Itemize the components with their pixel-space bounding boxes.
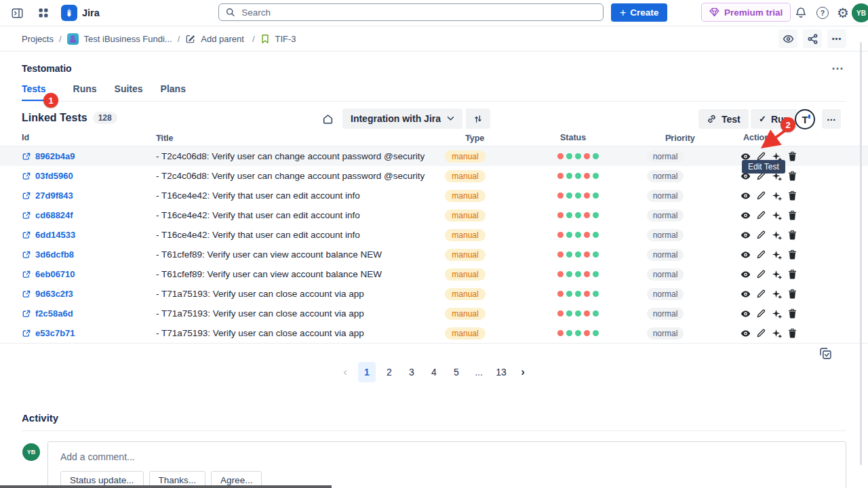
test-id-link[interactable]: 6eb06710 — [22, 264, 75, 284]
jira-home-link[interactable]: Jira — [61, 5, 100, 21]
pagination-page-1[interactable]: 1 — [358, 362, 376, 382]
edit-test-button[interactable] — [756, 210, 766, 220]
view-test-button[interactable] — [741, 230, 751, 240]
user-avatar[interactable]: YB — [852, 3, 868, 22]
edit-test-button[interactable] — [756, 190, 766, 201]
test-id-link[interactable]: 9d63c2f3 — [22, 284, 73, 304]
delete-test-button[interactable] — [787, 230, 797, 240]
delete-test-button[interactable] — [787, 328, 797, 338]
pagination-page-4[interactable]: 4 — [425, 362, 443, 382]
share-button[interactable] — [803, 29, 822, 48]
view-test-button[interactable] — [741, 210, 751, 220]
trash-icon — [787, 230, 797, 241]
table-row[interactable]: e53c7b71 - T71a75193: Verify user can cl… — [0, 323, 868, 343]
delete-test-button[interactable] — [787, 289, 797, 299]
edit-test-button[interactable] — [756, 308, 766, 319]
tab-suites[interactable]: Suites — [115, 83, 143, 101]
view-test-button[interactable] — [741, 269, 751, 279]
column-header-id[interactable]: Id — [22, 133, 29, 142]
ai-generate-button[interactable] — [772, 210, 782, 220]
panel-more-icon[interactable]: ⋯ — [831, 61, 844, 76]
edit-test-button[interactable] — [756, 289, 766, 299]
table-row[interactable]: 6eb06710 - T61cfef89: Verify user can vi… — [0, 264, 868, 284]
trash-icon — [787, 289, 797, 300]
table-row[interactable]: 3d6dcfb8 - T61cfef89: Verify user can vi… — [0, 245, 868, 264]
test-id-link[interactable]: 27d9f843 — [22, 186, 73, 205]
type-badge: manual — [445, 288, 485, 300]
delete-test-button[interactable] — [787, 190, 797, 201]
table-row[interactable]: cd68824f - T16ce4e42: Verify that user c… — [0, 205, 868, 225]
ai-generate-button[interactable] — [772, 190, 782, 201]
bulk-select-icon[interactable] — [819, 347, 832, 360]
ai-generate-button[interactable] — [772, 249, 782, 260]
watch-button[interactable] — [778, 29, 797, 48]
breadcrumb-projects[interactable]: Projects — [22, 34, 54, 44]
delete-test-button[interactable] — [787, 210, 797, 220]
ai-generate-button[interactable] — [772, 230, 782, 240]
notifications-bell-icon[interactable] — [792, 4, 810, 22]
testomatio-logo[interactable]: T — [795, 109, 815, 129]
toolbar-more-button[interactable]: ⋯ — [822, 109, 841, 129]
view-test-button[interactable] — [741, 249, 751, 260]
external-link-icon — [22, 270, 31, 279]
test-id-link[interactable]: 03fd5960 — [22, 166, 73, 186]
view-test-button[interactable] — [741, 308, 751, 319]
tab-runs[interactable]: Runs — [73, 83, 97, 101]
pagination-page-2[interactable]: 2 — [380, 362, 398, 382]
search-input[interactable] — [240, 7, 596, 18]
pagination-next[interactable]: › — [515, 362, 531, 382]
breadcrumb-add-parent[interactable]: Add parent — [201, 34, 244, 44]
integration-dropdown[interactable]: Integration with Jira — [342, 108, 462, 129]
global-search[interactable] — [218, 3, 604, 21]
table-row[interactable]: 9d63c2f3 - T71a75193: Verify user can cl… — [0, 284, 868, 304]
table-row[interactable]: f2c58a6d - T71a75193: Verify user can cl… — [0, 304, 868, 323]
link-test-button[interactable]: Test — [698, 109, 749, 129]
pagination-page-13[interactable]: 13 — [492, 362, 510, 382]
view-test-button[interactable] — [741, 190, 751, 201]
comment-placeholder[interactable]: Add a comment... — [60, 451, 833, 462]
ai-generate-button[interactable] — [772, 269, 782, 279]
comment-box[interactable]: Add a comment... Status update...Thanks.… — [47, 441, 846, 488]
test-id-link[interactable]: 8962b4a9 — [22, 146, 75, 166]
table-row[interactable]: 27d9f843 - T16ce4e42: Verify that user c… — [0, 186, 868, 205]
delete-test-button[interactable] — [787, 249, 797, 260]
view-test-button[interactable] — [741, 289, 751, 299]
home-icon[interactable] — [319, 110, 336, 127]
ai-generate-button[interactable] — [772, 289, 782, 299]
test-id-link[interactable]: 6dd14533 — [22, 225, 75, 245]
help-icon[interactable]: ? — [814, 4, 831, 22]
test-id-link[interactable]: f2c58a6d — [22, 304, 73, 323]
test-id-link[interactable]: cd68824f — [22, 205, 73, 225]
table-row[interactable]: 03fd5960 - T2c4c06d8: Verify user can ch… — [0, 166, 868, 186]
breadcrumb-project-name[interactable]: Test iBusiness Fundi... — [84, 34, 172, 44]
ai-generate-button[interactable] — [772, 308, 782, 319]
edit-test-button[interactable] — [756, 269, 766, 279]
view-test-button[interactable] — [741, 328, 751, 338]
delete-test-button[interactable] — [787, 308, 797, 319]
more-actions-button[interactable]: ••• — [827, 29, 846, 48]
vertical-scrollbar[interactable] — [860, 42, 862, 465]
sidebar-toggle-icon[interactable] — [8, 4, 26, 22]
create-button[interactable]: + Create — [611, 3, 667, 22]
ai-generate-button[interactable] — [772, 328, 782, 338]
sync-button[interactable] — [465, 108, 490, 129]
edit-test-button[interactable] — [756, 328, 766, 338]
premium-trial-button[interactable]: Premium trial — [701, 3, 791, 22]
delete-test-button[interactable] — [787, 269, 797, 279]
edit-test-button[interactable] — [756, 230, 766, 240]
pagination-page-3[interactable]: 3 — [403, 362, 420, 382]
column-header-status[interactable]: Status — [560, 133, 586, 142]
table-row[interactable]: 6dd14533 - T16ce4e42: Verify that user c… — [0, 225, 868, 245]
pagination-prev[interactable]: ‹ — [337, 362, 353, 382]
test-id-link[interactable]: 3d6dcfb8 — [22, 245, 74, 264]
breadcrumb-issue-key[interactable]: TIF-3 — [275, 34, 296, 44]
delete-test-button[interactable] — [787, 171, 797, 181]
tab-plans[interactable]: Plans — [161, 83, 186, 101]
table-row[interactable]: 8962b4a9 - T2c4c06d8: Verify user can ch… — [0, 146, 868, 166]
settings-gear-icon[interactable]: ⚙ — [834, 4, 852, 22]
tests-table: 8962b4a9 - T2c4c06d8: Verify user can ch… — [0, 146, 868, 344]
edit-test-button[interactable] — [756, 249, 766, 260]
app-switcher-icon[interactable] — [35, 4, 52, 22]
test-id-link[interactable]: e53c7b71 — [22, 323, 75, 343]
pagination-page-5[interactable]: 5 — [448, 362, 465, 382]
